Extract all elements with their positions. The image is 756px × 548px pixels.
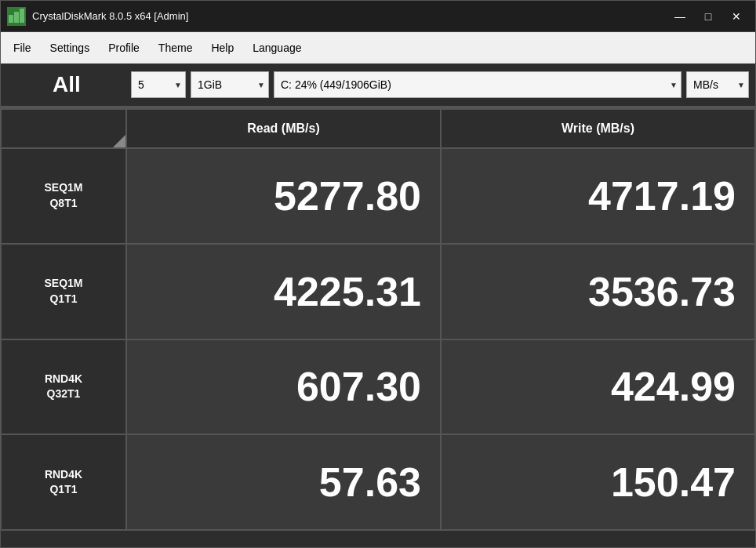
svg-rect-1 <box>9 15 13 23</box>
data-grid: Read (MB/s) Write (MB/s) SEQ1M Q8T1 5277… <box>1 107 755 530</box>
write-value-1: 3536.73 <box>441 244 755 339</box>
menu-profile[interactable]: Profile <box>99 32 149 64</box>
runs-dropdown[interactable]: 5 1 3 9 ▼ <box>131 71 186 98</box>
menu-theme[interactable]: Theme <box>149 32 202 64</box>
all-label-area <box>1 109 126 148</box>
read-header: Read (MB/s) <box>126 109 441 148</box>
write-value-2: 424.99 <box>441 339 755 435</box>
read-value-0: 5277.80 <box>126 148 441 244</box>
read-value-1: 4225.31 <box>126 244 441 339</box>
main-content: All 5 1 3 9 ▼ 1GiB 512MiB 2GiB 4GiB <box>1 64 755 547</box>
status-bar <box>1 530 755 547</box>
runs-select[interactable]: 5 1 3 9 <box>132 72 163 97</box>
row-label-0: SEQ1M Q8T1 <box>1 148 126 244</box>
write-value-0: 4717.19 <box>441 148 755 244</box>
read-value-3: 57.63 <box>126 434 441 530</box>
svg-rect-3 <box>20 9 24 23</box>
row-label-2: RND4K Q32T1 <box>1 339 126 435</box>
disk-dropdown[interactable]: C: 24% (449/1906GiB) ▼ <box>274 71 681 98</box>
disk-select[interactable]: C: 24% (449/1906GiB) <box>274 72 681 97</box>
all-button[interactable]: All <box>7 66 126 103</box>
menu-language[interactable]: Language <box>243 32 311 64</box>
corner-decoration <box>113 135 125 147</box>
unit-select[interactable]: MB/s GB/s IOPS μs <box>687 72 739 97</box>
main-window: CrystalDiskMark 8.0.5 x64 [Admin] — □ ✕ … <box>0 0 756 548</box>
menu-bar: File Settings Profile Theme Help Languag… <box>1 32 755 64</box>
write-value-3: 150.47 <box>441 434 755 530</box>
app-logo <box>7 7 26 26</box>
write-header: Write (MB/s) <box>441 109 755 148</box>
maximize-button[interactable]: □ <box>696 7 721 26</box>
size-dropdown-arrow: ▼ <box>257 81 265 89</box>
unit-dropdown[interactable]: MB/s GB/s IOPS μs ▼ <box>686 71 749 98</box>
size-select[interactable]: 1GiB 512MiB 2GiB 4GiB <box>191 72 254 97</box>
read-value-2: 607.30 <box>126 339 441 435</box>
row-label-1: SEQ1M Q1T1 <box>1 244 126 339</box>
menu-help[interactable]: Help <box>202 32 243 64</box>
menu-file[interactable]: File <box>4 32 41 64</box>
menu-settings[interactable]: Settings <box>41 32 100 64</box>
close-button[interactable]: ✕ <box>724 7 749 26</box>
toolbar: All 5 1 3 9 ▼ 1GiB 512MiB 2GiB 4GiB <box>1 64 755 107</box>
title-bar: CrystalDiskMark 8.0.5 x64 [Admin] — □ ✕ <box>1 1 755 32</box>
window-title: CrystalDiskMark 8.0.5 x64 [Admin] <box>32 10 667 22</box>
svg-rect-2 <box>14 12 19 23</box>
row-label-3: RND4K Q1T1 <box>1 434 126 530</box>
size-dropdown[interactable]: 1GiB 512MiB 2GiB 4GiB ▼ <box>191 71 269 98</box>
runs-dropdown-arrow: ▼ <box>174 81 182 89</box>
minimize-button[interactable]: — <box>667 7 692 26</box>
window-controls: — □ ✕ <box>667 7 749 26</box>
